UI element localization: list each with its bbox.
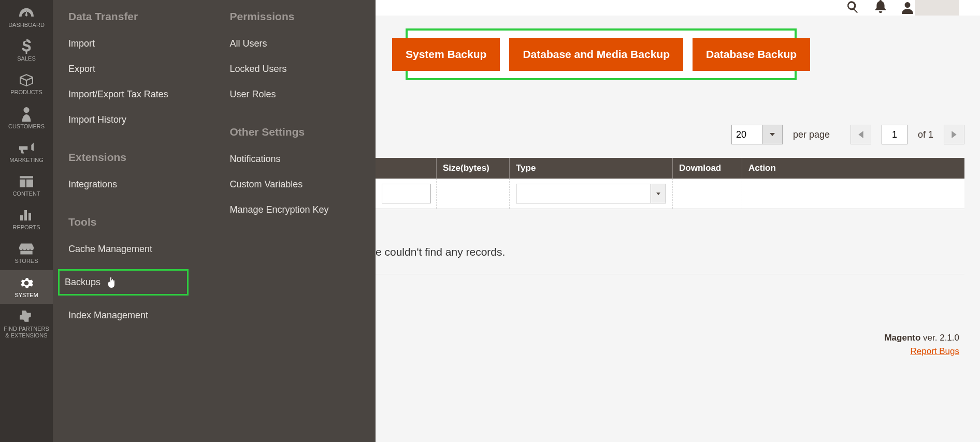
flyout-heading-tools: Tools <box>68 216 199 228</box>
svg-point-0 <box>23 107 29 113</box>
sidebar-item-dashboard[interactable]: DASHBOARD <box>0 0 53 34</box>
flyout-link-all-users[interactable]: All Users <box>230 38 361 49</box>
admin-sidebar: DASHBOARD SALES PRODUCTS CUSTOMERS MARKE… <box>0 0 53 442</box>
filter-input-time[interactable] <box>382 184 431 203</box>
sidebar-item-sales[interactable]: SALES <box>0 34 53 67</box>
flyout-heading-other-settings: Other Settings <box>230 126 361 138</box>
flyout-link-import[interactable]: Import <box>68 38 199 49</box>
sidebar-label: PRODUCTS <box>10 89 42 96</box>
table-header-action[interactable]: Action <box>742 158 964 179</box>
sidebar-label: MARKETING <box>9 157 43 164</box>
database-backup-button[interactable]: Database Backup <box>693 38 810 71</box>
backup-action-buttons: System Backup Database and Media Backup … <box>406 28 797 80</box>
next-page-button[interactable] <box>944 125 964 144</box>
flyout-heading-extensions: Extensions <box>68 151 199 164</box>
gear-icon <box>20 275 33 291</box>
sidebar-label: CUSTOMERS <box>8 123 45 130</box>
flyout-link-import-export-tax[interactable]: Import/Export Tax Rates <box>68 89 199 100</box>
flyout-link-backups[interactable]: Backups <box>58 269 189 296</box>
flyout-link-custom-variables[interactable]: Custom Variables <box>230 179 361 190</box>
flyout-link-cache-management[interactable]: Cache Management <box>68 244 199 255</box>
backups-table: Size(bytes) Type Download Action <box>376 158 964 209</box>
flyout-link-import-history[interactable]: Import History <box>68 114 199 125</box>
sidebar-item-products[interactable]: PRODUCTS <box>0 67 53 101</box>
sidebar-label: REPORTS <box>13 224 40 231</box>
page-footer: Magento ver. 2.1.0 Report Bugs <box>884 333 959 357</box>
puzzle-icon <box>20 309 33 325</box>
dollar-icon <box>22 39 31 54</box>
filter-cell-size <box>437 179 510 209</box>
svg-rect-1 <box>20 215 23 220</box>
megaphone-icon <box>19 140 34 156</box>
sidebar-label: CONTENT <box>12 190 40 197</box>
footer-brand: Magento <box>884 333 920 343</box>
sidebar-item-partners[interactable]: FIND PARTNERS & EXTENSIONS <box>0 304 53 344</box>
page-size-dropdown-button[interactable] <box>762 125 783 144</box>
search-icon[interactable] <box>846 0 859 16</box>
page-size-input[interactable] <box>731 125 762 144</box>
flyout-link-backups-label: Backups <box>65 277 100 288</box>
flyout-heading-permissions: Permissions <box>230 10 361 23</box>
filter-cell-download <box>673 179 742 209</box>
sidebar-label: DASHBOARD <box>8 22 45 28</box>
table-header-download[interactable]: Download <box>673 158 742 179</box>
admin-dropdown[interactable] <box>915 0 959 16</box>
layout-icon <box>20 174 33 189</box>
bell-icon[interactable] <box>875 0 886 16</box>
sidebar-label: SALES <box>17 55 35 62</box>
system-flyout-menu: Data Transfer Import Export Import/Expor… <box>53 0 376 442</box>
flyout-heading-data-transfer: Data Transfer <box>68 10 199 23</box>
prev-page-button[interactable] <box>851 125 871 144</box>
page-count-label: of 1 <box>918 129 933 140</box>
bar-chart-icon <box>20 208 33 223</box>
filter-select-type-button[interactable] <box>651 184 666 203</box>
flyout-column-1: Data Transfer Import Export Import/Expor… <box>53 10 214 442</box>
table-header-time[interactable] <box>376 158 437 179</box>
flyout-link-locked-users[interactable]: Locked Users <box>230 64 361 75</box>
filter-select-type[interactable] <box>516 184 651 203</box>
flyout-link-integrations[interactable]: Integrations <box>68 179 199 190</box>
person-icon <box>22 107 31 122</box>
table-filter-row <box>376 179 964 209</box>
flyout-link-export[interactable]: Export <box>68 64 199 75</box>
report-bugs-link[interactable]: Report Bugs <box>884 346 959 357</box>
filter-cell-type <box>510 179 673 209</box>
flyout-link-index-management[interactable]: Index Management <box>68 310 199 321</box>
footer-version: ver. 2.1.0 <box>920 333 959 343</box>
sidebar-label: STORES <box>15 258 38 264</box>
cursor-pointer-icon <box>107 277 116 288</box>
flyout-link-user-roles[interactable]: User Roles <box>230 89 361 100</box>
table-header-row: Size(bytes) Type Download Action <box>376 158 964 179</box>
system-backup-button[interactable]: System Backup <box>392 38 500 71</box>
svg-point-4 <box>905 2 911 8</box>
top-header <box>376 0 980 16</box>
sidebar-item-stores[interactable]: STORES <box>0 236 53 270</box>
sidebar-label: FIND PARTNERS & EXTENSIONS <box>4 326 49 339</box>
store-icon <box>19 241 34 257</box>
flyout-link-encryption-key[interactable]: Manage Encryption Key <box>230 204 361 215</box>
sidebar-item-content[interactable]: CONTENT <box>0 169 53 202</box>
svg-rect-2 <box>24 210 27 220</box>
no-records-message: e couldn't find any records. <box>376 246 964 274</box>
dashboard-icon <box>19 5 34 21</box>
current-page-input[interactable] <box>882 125 907 144</box>
user-icon[interactable] <box>902 0 959 16</box>
table-header-size[interactable]: Size(bytes) <box>437 158 510 179</box>
cube-icon <box>20 72 33 88</box>
sidebar-label: SYSTEM <box>15 292 38 299</box>
flyout-link-notifications[interactable]: Notifications <box>230 154 361 165</box>
table-header-type[interactable]: Type <box>510 158 673 179</box>
database-media-backup-button[interactable]: Database and Media Backup <box>509 38 683 71</box>
sidebar-item-system[interactable]: SYSTEM <box>0 270 53 304</box>
filter-cell-time <box>376 179 437 209</box>
per-page-label: per page <box>793 129 830 140</box>
filter-cell-action <box>742 179 964 209</box>
flyout-column-2: Permissions All Users Locked Users User … <box>214 10 376 442</box>
pagination-controls: per page of 1 <box>376 124 964 145</box>
svg-rect-3 <box>28 213 31 220</box>
sidebar-item-reports[interactable]: REPORTS <box>0 202 53 236</box>
sidebar-item-customers[interactable]: CUSTOMERS <box>0 101 53 135</box>
sidebar-item-marketing[interactable]: MARKETING <box>0 135 53 169</box>
